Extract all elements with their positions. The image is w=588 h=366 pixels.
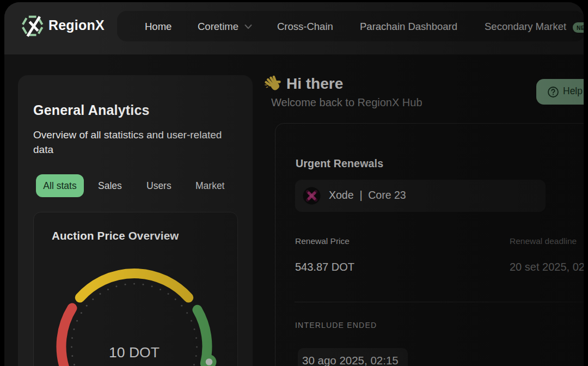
svg-text:10 DOT: 10 DOT [109,344,160,361]
